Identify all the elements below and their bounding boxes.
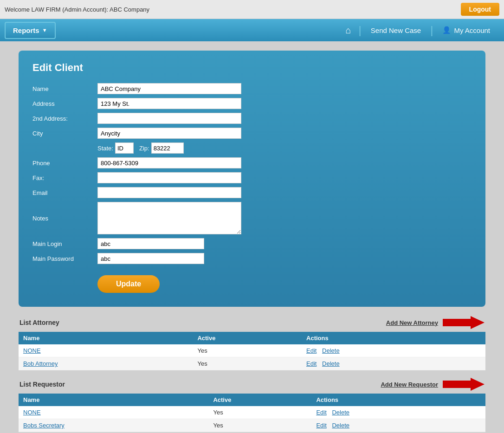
name-input[interactable]	[97, 83, 241, 94]
attorney-header-row: List Attorney Add New Attorney	[19, 316, 485, 329]
requestor-delete-link[interactable]: Delete	[332, 422, 349, 429]
address2-row: 2nd Address:	[32, 113, 472, 124]
address-label: Address	[32, 100, 97, 107]
table-row: NONE Yes Edit Delete	[19, 344, 485, 357]
reports-label: Reports	[13, 26, 39, 34]
table-row: Bob Attorney Yes Edit Delete	[19, 357, 485, 370]
requestor-arrow-icon	[443, 378, 485, 391]
svg-marker-0	[443, 316, 485, 329]
requestor-col-actions: Actions	[311, 394, 485, 406]
main-login-input[interactable]	[97, 238, 204, 249]
state-label: State:	[97, 145, 113, 152]
table-row: Bobs Secretary Yes Edit Delete	[19, 419, 485, 432]
main-password-input[interactable]	[97, 253, 204, 264]
zip-input[interactable]	[151, 142, 184, 154]
attorney-delete-link[interactable]: Delete	[322, 360, 340, 367]
phone-input[interactable]	[97, 157, 241, 168]
requestor-table: Name Active Actions NONE Yes Edit Delete…	[19, 394, 485, 432]
city-input[interactable]	[97, 128, 241, 139]
fax-row: Fax:	[32, 172, 472, 183]
attorney-name-link[interactable]: Bob Attorney	[23, 360, 58, 367]
attorney-section-title: List Attorney	[19, 319, 59, 326]
fax-label: Fax:	[32, 174, 97, 181]
requestor-delete-link[interactable]: Delete	[332, 409, 349, 416]
top-bar: Welcome LAW FIRM (Admin Account): ABC Co…	[0, 0, 504, 19]
requestor-col-active: Active	[208, 394, 311, 406]
attorney-section: List Attorney Add New Attorney Name Acti…	[19, 316, 485, 370]
attorney-table: Name Active Actions NONE Yes Edit Delete…	[19, 332, 485, 370]
notes-row: Notes	[32, 202, 472, 234]
reports-button[interactable]: Reports ▼	[5, 22, 56, 39]
table-row: NONE Yes Edit Delete	[19, 406, 485, 419]
main-content: Edit Client Name Address 2nd Address: Ci…	[0, 41, 504, 433]
add-requestor-container: Add New Requestor	[381, 378, 485, 391]
address-row: Address	[32, 98, 472, 109]
state-zip-row: State: Zip:	[32, 142, 472, 154]
my-account-button[interactable]: 👤 My Account	[433, 19, 499, 41]
attorney-arrow-icon	[443, 316, 485, 329]
add-new-requestor-link[interactable]: Add New Requestor	[381, 381, 438, 388]
attorney-col-name: Name	[19, 332, 193, 344]
svg-marker-1	[443, 378, 485, 391]
state-input[interactable]	[115, 142, 134, 154]
add-attorney-container: Add New Attorney	[386, 316, 485, 329]
attorney-name-link[interactable]: NONE	[23, 347, 41, 354]
welcome-text: Welcome LAW FIRM (Admin Account): ABC Co…	[5, 6, 149, 13]
email-input[interactable]	[97, 187, 241, 198]
logout-button[interactable]: Logout	[461, 3, 499, 16]
attorney-col-actions: Actions	[302, 332, 485, 344]
city-row: City	[32, 128, 472, 139]
requestor-name-link[interactable]: Bobs Secretary	[23, 422, 65, 429]
notes-label: Notes	[32, 215, 97, 222]
my-account-label: My Account	[454, 26, 490, 34]
address2-input[interactable]	[97, 113, 241, 124]
phone-label: Phone	[32, 160, 97, 167]
requestor-active: Yes	[208, 419, 311, 432]
address-input[interactable]	[97, 98, 241, 109]
nav-bar: Reports ▼ ⌂ | Send New Case | 👤 My Accou…	[0, 19, 504, 41]
zip-label: Zip:	[139, 145, 149, 152]
requestor-section-title: List Requestor	[19, 381, 65, 388]
attorney-active: Yes	[193, 344, 302, 357]
notes-textarea[interactable]	[97, 202, 241, 234]
update-button[interactable]: Update	[97, 275, 160, 293]
account-icon: 👤	[442, 26, 451, 34]
home-icon: ⌂	[345, 25, 351, 36]
reports-caret-icon: ▼	[42, 27, 47, 33]
edit-client-panel: Edit Client Name Address 2nd Address: Ci…	[19, 51, 485, 307]
add-new-attorney-link[interactable]: Add New Attorney	[386, 319, 438, 326]
requestor-section: List Requestor Add New Requestor Name Ac…	[19, 378, 485, 432]
attorney-edit-link[interactable]: Edit	[306, 347, 317, 354]
address2-label: 2nd Address:	[32, 115, 97, 122]
requestor-col-name: Name	[19, 394, 208, 406]
edit-client-title: Edit Client	[32, 62, 472, 74]
name-label: Name	[32, 85, 97, 92]
update-btn-container: Update	[32, 271, 472, 293]
city-label: City	[32, 130, 97, 137]
main-login-label: Main Login	[32, 240, 97, 247]
requestor-edit-link[interactable]: Edit	[316, 422, 326, 429]
main-login-row: Main Login	[32, 238, 472, 249]
attorney-col-active: Active	[193, 332, 302, 344]
attorney-delete-link[interactable]: Delete	[322, 347, 340, 354]
phone-row: Phone	[32, 157, 472, 168]
send-new-case-button[interactable]: Send New Case	[362, 19, 430, 41]
fax-input[interactable]	[97, 172, 241, 183]
requestor-edit-link[interactable]: Edit	[316, 409, 326, 416]
name-row: Name	[32, 83, 472, 94]
requestor-active: Yes	[208, 406, 311, 419]
main-password-row: Main Password	[32, 253, 472, 264]
nav-right: ⌂ | Send New Case | 👤 My Account	[338, 19, 499, 41]
attorney-edit-link[interactable]: Edit	[306, 360, 317, 367]
email-label: Email	[32, 189, 97, 196]
requestor-name-link[interactable]: NONE	[23, 409, 41, 416]
home-button[interactable]: ⌂	[338, 19, 358, 41]
attorney-active: Yes	[193, 357, 302, 370]
main-password-label: Main Password	[32, 255, 97, 262]
email-row: Email	[32, 187, 472, 198]
requestor-header-row: List Requestor Add New Requestor	[19, 378, 485, 391]
